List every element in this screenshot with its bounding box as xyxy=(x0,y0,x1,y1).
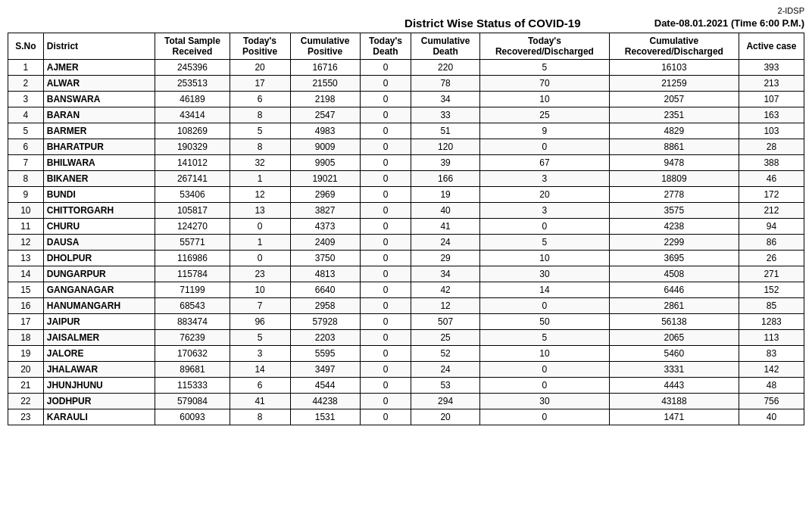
cell-sno: 14 xyxy=(8,266,44,282)
cell-total: 115333 xyxy=(155,378,230,394)
table-row: 20JHALAWAR8968114349702403331142 xyxy=(8,362,804,378)
cell-todays-pos: 10 xyxy=(230,282,290,298)
cell-sno: 17 xyxy=(8,314,44,330)
cell-district: JODHPUR xyxy=(43,394,155,409)
cell-todays-pos: 6 xyxy=(230,92,290,107)
cell-cum-death: 41 xyxy=(411,219,480,235)
cell-todays-death: 0 xyxy=(360,394,411,409)
table-row: 3BANSWARA4618962198034102057107 xyxy=(8,92,804,107)
cell-district: JAISALMER xyxy=(43,330,155,346)
cell-cum-pos: 57928 xyxy=(290,314,360,330)
cell-sno: 15 xyxy=(8,282,44,298)
cell-sno: 21 xyxy=(8,378,44,394)
cell-todays-pos: 5 xyxy=(230,330,290,346)
cell-cum-rec: 1471 xyxy=(609,409,739,425)
cell-todays-pos: 1 xyxy=(230,171,290,187)
cell-cum-rec: 4443 xyxy=(609,378,739,394)
table-row: 17JAIPUR8834749657928050750561381283 xyxy=(8,314,804,330)
cell-todays-death: 0 xyxy=(360,409,411,425)
header-sno: S.No xyxy=(8,33,44,60)
cell-active: 48 xyxy=(739,378,804,394)
cell-total: 115784 xyxy=(155,266,230,282)
cell-active: 85 xyxy=(739,298,804,314)
cell-cum-death: 78 xyxy=(411,76,480,92)
cell-total: 76239 xyxy=(155,330,230,346)
cell-total: 105817 xyxy=(155,203,230,219)
table-row: 1AJMER24539620167160220516103393 xyxy=(8,60,804,76)
table-row: 11CHURU124270043730410423894 xyxy=(8,219,804,235)
cell-district: JAIPUR xyxy=(43,314,155,330)
cell-cum-pos: 2958 xyxy=(290,298,360,314)
cell-total: 141012 xyxy=(155,155,230,171)
header-todays-recovered: Today's Recovered/Discharged xyxy=(479,33,609,60)
cell-cum-pos: 2198 xyxy=(290,92,360,107)
cell-active: 113 xyxy=(739,330,804,346)
cell-todays-rec: 0 xyxy=(479,409,609,425)
cell-todays-rec: 3 xyxy=(479,171,609,187)
cell-cum-rec: 5460 xyxy=(609,346,739,362)
cell-cum-rec: 2778 xyxy=(609,187,739,203)
cell-total: 170632 xyxy=(155,346,230,362)
cell-cum-rec: 21259 xyxy=(609,76,739,92)
cell-todays-rec: 30 xyxy=(479,266,609,282)
cell-sno: 23 xyxy=(8,409,44,425)
table-row: 5BARMER1082695498305194829103 xyxy=(8,123,804,139)
cell-cum-pos: 9905 xyxy=(290,155,360,171)
cell-cum-pos: 44238 xyxy=(290,394,360,409)
cell-sno: 3 xyxy=(8,92,44,107)
cell-district: HANUMANGARH xyxy=(43,298,155,314)
cell-cum-death: 34 xyxy=(411,92,480,107)
cell-total: 46189 xyxy=(155,92,230,107)
table-row: 10CHITTORGARH10581713382704033575212 xyxy=(8,203,804,219)
cell-cum-pos: 21550 xyxy=(290,76,360,92)
cell-todays-rec: 9 xyxy=(479,123,609,139)
table-row: 14DUNGARPUR115784234813034304508271 xyxy=(8,266,804,282)
cell-todays-death: 0 xyxy=(360,219,411,235)
cell-active: 152 xyxy=(739,282,804,298)
cell-cum-rec: 2861 xyxy=(609,298,739,314)
cell-sno: 5 xyxy=(8,123,44,139)
cell-todays-rec: 3 xyxy=(479,203,609,219)
cell-sno: 13 xyxy=(8,251,44,266)
cell-active: 212 xyxy=(739,203,804,219)
cell-total: 190329 xyxy=(155,139,230,155)
cell-todays-pos: 12 xyxy=(230,187,290,203)
cell-cum-rec: 4508 xyxy=(609,266,739,282)
cell-active: 756 xyxy=(739,394,804,409)
cell-cum-death: 220 xyxy=(411,60,480,76)
cell-todays-pos: 3 xyxy=(230,346,290,362)
cell-todays-death: 0 xyxy=(360,107,411,123)
cell-todays-rec: 0 xyxy=(479,139,609,155)
cell-district: DHOLPUR xyxy=(43,251,155,266)
cell-cum-death: 51 xyxy=(411,123,480,139)
cell-sno: 12 xyxy=(8,235,44,251)
cell-cum-rec: 3695 xyxy=(609,251,739,266)
cell-todays-pos: 1 xyxy=(230,235,290,251)
cell-cum-rec: 9478 xyxy=(609,155,739,171)
cell-cum-pos: 4544 xyxy=(290,378,360,394)
cell-cum-pos: 2969 xyxy=(290,187,360,203)
cell-cum-rec: 4829 xyxy=(609,123,739,139)
cell-sno: 19 xyxy=(8,346,44,362)
cell-todays-pos: 7 xyxy=(230,298,290,314)
header-total-sample: Total Sample Received xyxy=(155,33,230,60)
cell-active: 163 xyxy=(739,107,804,123)
cell-todays-rec: 5 xyxy=(479,330,609,346)
cell-cum-rec: 4238 xyxy=(609,219,739,235)
cell-district: BIKANER xyxy=(43,171,155,187)
cell-cum-death: 12 xyxy=(411,298,480,314)
cell-cum-death: 24 xyxy=(411,362,480,378)
cell-todays-death: 0 xyxy=(360,155,411,171)
cell-sno: 1 xyxy=(8,60,44,76)
cell-active: 142 xyxy=(739,362,804,378)
cell-todays-pos: 17 xyxy=(230,76,290,92)
cell-cum-rec: 3331 xyxy=(609,362,739,378)
cell-todays-pos: 20 xyxy=(230,60,290,76)
header-todays-positive: Today's Positive xyxy=(230,33,290,60)
cell-cum-death: 24 xyxy=(411,235,480,251)
header-cumulative-positive: Cumulative Positive xyxy=(290,33,360,60)
cell-todays-death: 0 xyxy=(360,346,411,362)
cell-cum-pos: 3827 xyxy=(290,203,360,219)
cell-todays-rec: 5 xyxy=(479,60,609,76)
cell-todays-death: 0 xyxy=(360,203,411,219)
